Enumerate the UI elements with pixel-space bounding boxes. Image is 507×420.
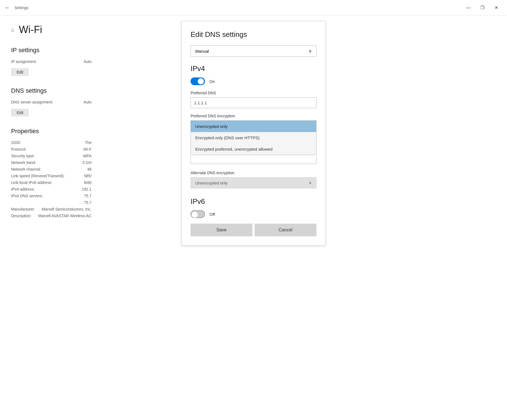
ipv4-toggle-row: On (191, 77, 316, 85)
cancel-button[interactable]: Cancel (255, 224, 316, 236)
back-button[interactable]: ← (4, 4, 10, 11)
dropdown-option-encrypted-preferred[interactable]: Encrypted preferred, unencrypted allowed (191, 143, 316, 155)
edit-dns-dialog: Edit DNS settings Manual ∨ IPv4 On Prefe… (181, 21, 326, 246)
title-bar: ← Settings — ❐ ✕ (0, 0, 507, 16)
preferred-dns-input[interactable] (191, 97, 316, 108)
ipv6-toggle-label: Off (209, 212, 215, 217)
ipv4-section-label: IPv4 (191, 64, 316, 73)
ipv6-toggle-thumb (192, 212, 198, 218)
alt-dropdown-value: Unencrypted only (195, 181, 228, 185)
dropdown-option-unencrypted[interactable]: Unencrypted only (191, 121, 316, 132)
ipv6-section-label: IPv6 (191, 197, 316, 206)
ipv6-toggle-row: Off (191, 210, 316, 218)
preferred-dns-encryption-dropdown[interactable]: Unencrypted only Encrypted only (DNS ove… (191, 120, 316, 155)
alt-chevron-down-icon: ∨ (309, 180, 312, 185)
window-title: Settings (14, 6, 462, 10)
dialog-footer: Save Cancel (191, 224, 316, 236)
dropdown-bottom (191, 156, 316, 164)
dropdown-option-encrypted-only[interactable]: Encrypted only (DNS over HTTPS) (191, 132, 316, 143)
ipv4-toggle[interactable] (191, 77, 205, 85)
dialog-title: Edit DNS settings (191, 30, 316, 39)
mode-dropdown[interactable]: Manual ∨ (191, 45, 316, 57)
minimize-button[interactable]: — (462, 3, 475, 12)
ipv6-toggle[interactable] (191, 210, 205, 218)
preferred-dns-encryption-label: Preferred DNS encryption (191, 114, 316, 118)
preferred-dns-label: Preferred DNS (191, 91, 316, 95)
close-button[interactable]: ✕ (490, 3, 503, 12)
dialog-overlay: Edit DNS settings Manual ∨ IPv4 On Prefe… (0, 16, 507, 420)
alternate-dns-encryption-label: Alternate DNS encryption (191, 171, 316, 175)
mode-dropdown-value: Manual (195, 49, 209, 54)
window-controls: — ❐ ✕ (462, 3, 503, 12)
ipv4-toggle-label: On (209, 79, 215, 84)
alternate-dns-encryption-dropdown[interactable]: Unencrypted only ∨ (191, 177, 316, 188)
toggle-thumb (198, 78, 204, 84)
save-button[interactable]: Save (191, 224, 252, 236)
main-content: ⌂ Wi-Fi IP settings IP assignment: Auto … (0, 16, 507, 420)
maximize-button[interactable]: ❐ (476, 3, 489, 12)
chevron-down-icon: ∨ (309, 49, 312, 54)
